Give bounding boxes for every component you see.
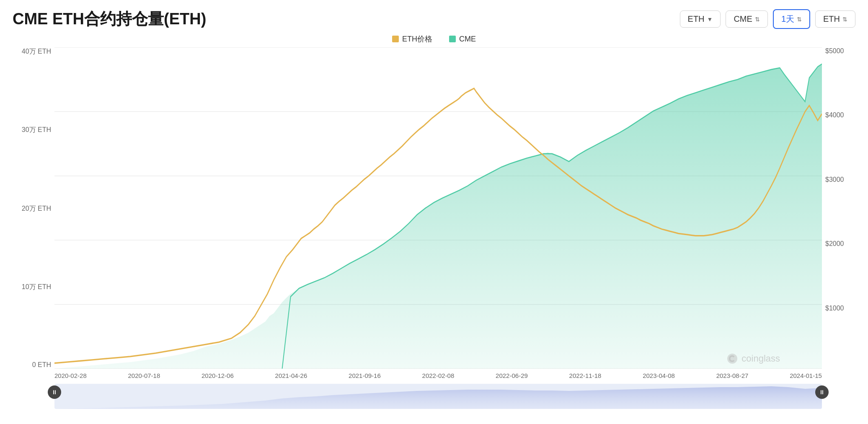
minimap-fill bbox=[54, 386, 822, 409]
watermark: coinglass bbox=[726, 353, 780, 365]
minimap-handle-left[interactable]: ⏸ bbox=[48, 385, 61, 399]
y-axis-left: 40万 ETH 30万 ETH 20万 ETH 10万 ETH 0 ETH bbox=[13, 47, 54, 381]
exchange-label: CME bbox=[734, 14, 752, 24]
minimap-svg[interactable] bbox=[54, 384, 822, 409]
x-label-3: 2021-04-26 bbox=[275, 372, 307, 383]
main-chart-svg bbox=[54, 47, 822, 369]
dropdown-arrow-icon: ▼ bbox=[707, 16, 713, 23]
y-left-label-3: 20万 ETH bbox=[13, 204, 54, 213]
x-label-1: 2020-07-18 bbox=[128, 372, 160, 383]
timeframe-label: 1天 bbox=[781, 13, 794, 25]
x-label-2: 2020-12-06 bbox=[202, 372, 234, 383]
y-right-label-5: $5000 bbox=[822, 47, 855, 55]
asset-label: ETH bbox=[688, 14, 705, 24]
cme-area-fill bbox=[54, 64, 822, 369]
y-left-label-5: 40万 ETH bbox=[13, 47, 54, 56]
y-left-label-4: 30万 ETH bbox=[13, 126, 54, 134]
timeframe-select-button[interactable]: 1天 ⇅ bbox=[773, 9, 810, 29]
unit-label: ETH bbox=[823, 14, 840, 24]
legend-eth-price: ETH价格 bbox=[392, 34, 432, 44]
y-right-label-1: $1000 bbox=[822, 305, 855, 312]
pause-icon-right: ⏸ bbox=[819, 389, 825, 396]
x-label-0: 2020-02-28 bbox=[54, 372, 87, 383]
asset-select-button[interactable]: ETH ▼ bbox=[680, 10, 721, 28]
y-right-label-4: $4000 bbox=[822, 111, 855, 119]
x-label-6: 2022-06-29 bbox=[496, 372, 528, 383]
minimap-area: ⏸ ⏸ bbox=[54, 382, 822, 420]
legend-label-eth: ETH价格 bbox=[402, 34, 432, 44]
legend-label-cme: CME bbox=[459, 35, 476, 44]
legend-cme: CME bbox=[449, 34, 476, 44]
legend-dot-cme bbox=[449, 36, 456, 42]
chart-area: 40万 ETH 30万 ETH 20万 ETH 10万 ETH 0 ETH bbox=[13, 47, 855, 381]
x-label-8: 2023-04-08 bbox=[643, 372, 675, 383]
chart-inner: 2020-02-28 2020-07-18 2020-12-06 2021-04… bbox=[54, 47, 822, 381]
spinner-icon-unit: ⇅ bbox=[842, 16, 847, 23]
x-label-4: 2021-09-16 bbox=[349, 372, 381, 383]
unit-select-button[interactable]: ETH ⇅ bbox=[815, 10, 855, 28]
watermark-text: coinglass bbox=[741, 353, 780, 364]
controls-group: ETH ▼ CME ⇅ 1天 ⇅ ETH ⇅ bbox=[680, 9, 855, 29]
minimap-handle-right[interactable]: ⏸ bbox=[815, 385, 829, 399]
y-left-label-2: 10万 ETH bbox=[13, 283, 54, 292]
exchange-select-button[interactable]: CME ⇅ bbox=[726, 10, 767, 28]
chart-legend: ETH价格 CME bbox=[13, 34, 855, 44]
coinglass-logo-icon bbox=[726, 353, 738, 365]
spinner-icon-time: ⇅ bbox=[797, 16, 802, 23]
page-title: CME ETH合约持仓量(ETH) bbox=[13, 8, 206, 30]
legend-dot-eth bbox=[392, 36, 399, 42]
x-label-9: 2023-08-27 bbox=[716, 372, 749, 383]
page-header: CME ETH合约持仓量(ETH) ETH ▼ CME ⇅ 1天 ⇅ ETH ⇅ bbox=[13, 8, 855, 30]
x-label-7: 2022-11-18 bbox=[569, 372, 602, 383]
y-right-label-2: $2000 bbox=[822, 240, 855, 248]
x-label-5: 2022-02-08 bbox=[422, 372, 455, 383]
y-right-label-3: $3000 bbox=[822, 176, 855, 184]
pause-icon-left: ⏸ bbox=[52, 389, 57, 396]
x-label-10: 2024-01-15 bbox=[790, 372, 822, 383]
spinner-icon-cme: ⇅ bbox=[755, 16, 760, 23]
y-axis-right: $5000 $4000 $3000 $2000 $1000 bbox=[822, 47, 855, 381]
y-left-label-1: 0 ETH bbox=[13, 361, 54, 369]
x-axis: 2020-02-28 2020-07-18 2020-12-06 2021-04… bbox=[54, 370, 822, 383]
svg-point-6 bbox=[727, 354, 737, 364]
